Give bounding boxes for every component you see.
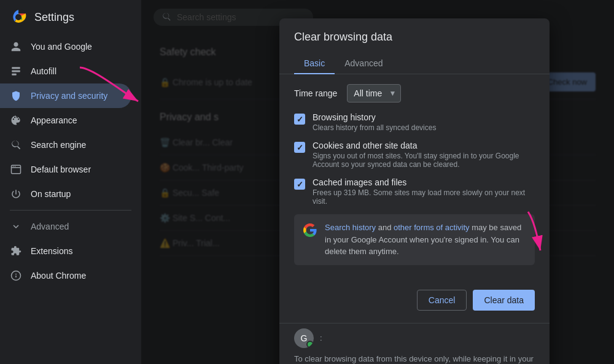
avatar-row: G :	[294, 328, 535, 348]
sidebar-item-privacy-security[interactable]: Privacy and security	[0, 83, 131, 108]
sidebar-item-label: Extensions	[31, 246, 72, 256]
browser-icon	[10, 163, 22, 176]
sidebar: Settings You and Google Autofill Privacy…	[0, 0, 141, 364]
sidebar-item-on-startup[interactable]: On startup	[0, 182, 131, 206]
browsing-history-checkbox[interactable]	[294, 114, 305, 125]
tab-advanced[interactable]: Advanced	[335, 53, 392, 74]
sidebar-item-appearance[interactable]: Appearance	[0, 108, 131, 133]
dialog-footer: Cancel Clear data	[279, 285, 550, 320]
power-icon	[10, 188, 22, 200]
tab-basic[interactable]: Basic	[294, 53, 335, 74]
dialog-title: Clear browsing data	[279, 18, 550, 53]
sidebar-item-search-engine[interactable]: Search engine	[0, 133, 131, 157]
svg-point-9	[15, 166, 16, 167]
sidebar-item-label: Advanced	[31, 222, 69, 231]
sidebar-header: Settings	[0, 0, 141, 34]
sidebar-item-you-and-google[interactable]: You and Google	[0, 34, 131, 59]
sidebar-item-label: You and Google	[31, 42, 92, 52]
time-range-row: Time range All time ▼	[294, 84, 535, 103]
sidebar-item-default-browser[interactable]: Default browser	[0, 157, 131, 182]
chrome-logo-icon	[10, 9, 27, 26]
sidebar-item-label: Appearance	[31, 115, 77, 125]
svg-point-11	[16, 273, 17, 274]
cookies-checkbox[interactable]	[294, 142, 305, 153]
cookies-row: Cookies and other site data Signs you ou…	[294, 141, 535, 169]
expand-icon	[10, 220, 22, 233]
cached-images-label: Cached images and files Frees up 319 MB.…	[313, 177, 535, 206]
info-box: Search history and other forms of activi…	[294, 214, 535, 265]
extension-icon	[10, 245, 22, 257]
svg-rect-5	[12, 74, 17, 76]
search-icon	[10, 139, 22, 151]
autofill-icon	[10, 65, 22, 77]
info-text: Search history and other forms of activi…	[325, 222, 526, 258]
clear-data-button[interactable]: Clear data	[473, 290, 535, 311]
time-range-select-wrapper[interactable]: All time ▼	[347, 84, 401, 103]
account-label: :	[320, 333, 322, 343]
palette-icon	[10, 114, 22, 126]
sidebar-item-label: Autofill	[31, 66, 56, 76]
browsing-history-row: Browsing history Clears history from all…	[294, 112, 535, 132]
cancel-button[interactable]: Cancel	[417, 290, 467, 311]
sidebar-item-label: About Chrome	[31, 271, 86, 281]
browsing-history-label: Browsing history Clears history from all…	[313, 112, 436, 132]
dialog-tabs: Basic Advanced	[279, 53, 550, 74]
clear-browsing-data-dialog: Clear browsing data Basic Advanced Time …	[279, 18, 550, 364]
sidebar-item-label: On startup	[31, 189, 71, 199]
sidebar-item-about-chrome[interactable]: About Chrome	[0, 263, 131, 288]
other-forms-link[interactable]: other forms of activity	[394, 223, 470, 232]
google-g-icon	[303, 223, 317, 238]
bottom-text: To clear browsing data from this device …	[294, 353, 535, 365]
svg-rect-6	[12, 165, 21, 174]
sidebar-item-extensions[interactable]: Extensions	[0, 239, 131, 263]
sidebar-item-autofill[interactable]: Autofill	[0, 59, 131, 83]
search-history-link[interactable]: Search history	[325, 223, 376, 232]
sidebar-title: Settings	[34, 11, 74, 24]
svg-rect-3	[12, 67, 20, 69]
sidebar-item-label: Search engine	[31, 140, 86, 150]
time-range-select[interactable]: All time	[347, 84, 401, 103]
sidebar-item-label: Privacy and security	[31, 91, 107, 101]
cookies-label: Cookies and other site data Signs you ou…	[313, 141, 535, 169]
svg-point-8	[13, 166, 14, 167]
svg-rect-4	[12, 71, 20, 72]
avatar-badge	[306, 341, 314, 348]
svg-point-2	[15, 14, 21, 20]
person-icon	[10, 41, 22, 53]
avatar: G	[294, 328, 314, 348]
shield-icon	[10, 90, 22, 102]
dialog-body: Time range All time ▼ Browsing history C…	[279, 74, 550, 285]
nav-divider	[10, 210, 131, 211]
sidebar-item-label: Default browser	[31, 165, 91, 174]
time-range-label: Time range	[294, 88, 337, 98]
cached-images-row: Cached images and files Frees up 319 MB.…	[294, 177, 535, 206]
bottom-info: G : To clear browsing data from this dev…	[279, 323, 550, 365]
sidebar-item-advanced[interactable]: Advanced	[0, 214, 141, 239]
cached-images-checkbox[interactable]	[294, 179, 305, 190]
info-icon	[10, 269, 22, 282]
